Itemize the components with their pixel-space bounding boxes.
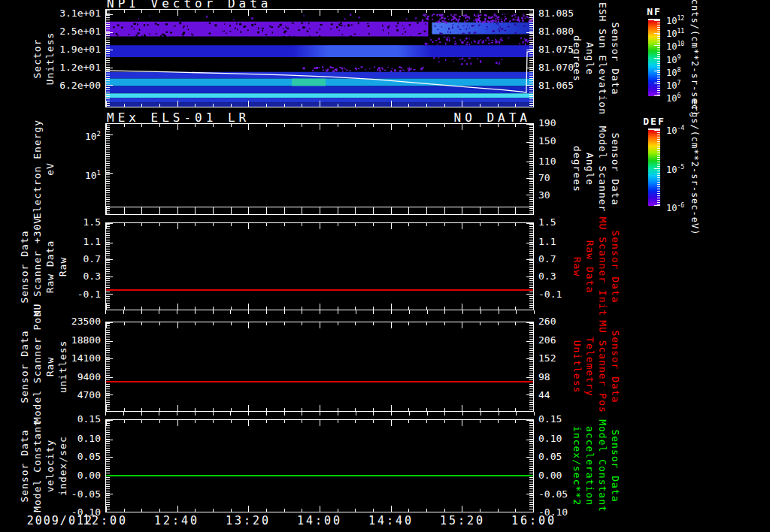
- panel-box-npi-vector: [105, 9, 534, 107]
- x-axis-tick-top: [498, 10, 499, 13]
- y-axis-major-tick: [106, 14, 113, 15]
- y-axis-major-tick: [526, 162, 533, 162]
- x-axis-tick-bottom: [338, 307, 338, 310]
- x-axis-tick-outward: [409, 412, 410, 416]
- x-axis-tick-bottom: [373, 104, 374, 107]
- colorbar-major-tick: [654, 71, 660, 71]
- x-axis-tick-outward: [391, 310, 392, 314]
- x-axis-tick-outward: [534, 310, 535, 314]
- x-axis-tick-top: [426, 10, 427, 13]
- x-axis-tick-top: [320, 124, 320, 130]
- colorbar-major-tick: [654, 83, 660, 83]
- x-axis-tick-top: [391, 124, 392, 130]
- y-axis-major-tick: [526, 68, 533, 68]
- y-axis-major-tick: [106, 173, 113, 174]
- x-axis-tick-top: [124, 223, 125, 226]
- x-axis-tick-gap: [302, 207, 302, 214]
- x-axis-tick-bottom: [106, 101, 107, 107]
- y-axis-major-tick: [526, 358, 533, 359]
- x-axis-tick-top: [231, 322, 232, 325]
- x-axis-tick-top: [498, 420, 499, 423]
- x-axis-tick-outward: [302, 412, 302, 416]
- x-axis-tick-top: [177, 322, 178, 328]
- x-axis-tick-gap: [373, 207, 374, 214]
- x-axis-tick-outward: [480, 310, 481, 314]
- x-axis-tick-gap: [462, 207, 462, 214]
- x-axis-tick-bottom: [355, 104, 356, 107]
- x-axis-tick-bottom: [284, 104, 285, 107]
- x-axis-tick-bottom: [444, 408, 445, 411]
- x-axis-tick-top: [320, 223, 320, 229]
- x-axis-tick-outward: [427, 310, 428, 314]
- x-axis-tick-top: [320, 10, 320, 16]
- x-axis-tick-bottom: [426, 509, 427, 512]
- y-axis-major-tick: [106, 322, 113, 323]
- y-axis-label-left-npi-vector: Sector Unitless: [31, 32, 56, 85]
- x-axis-tick-outward: [159, 310, 159, 314]
- x-axis-tick-outward: [284, 412, 285, 416]
- x-axis-tick-bottom: [408, 104, 409, 107]
- y-axis-major-tick: [526, 142, 533, 143]
- x-tick-label: 15:20: [426, 514, 499, 527]
- x-axis-tick-outward: [141, 310, 142, 314]
- panel-title-npi-vector: NPI Vector Data: [107, 0, 272, 9]
- x-axis-tick-top: [515, 420, 516, 423]
- x-axis-tick-top: [480, 420, 480, 423]
- x-axis-tick-top: [106, 10, 107, 16]
- y-axis-major-tick: [106, 243, 113, 243]
- x-axis-tick-outward: [356, 412, 356, 416]
- x-axis-tick-bottom: [231, 509, 232, 512]
- x-axis-tick-top: [248, 124, 249, 130]
- x-axis-tick-outward: [320, 412, 320, 416]
- y-axis-minor-ticks-right: [529, 224, 533, 309]
- x-axis-tick-bottom: [213, 408, 214, 411]
- x-axis-tick-bottom: [266, 509, 267, 512]
- x-axis-tick-top: [266, 124, 267, 127]
- panel-box-model-constant: [105, 419, 534, 512]
- x-axis-tick-bottom: [124, 408, 125, 411]
- x-axis-tick-top: [106, 124, 107, 130]
- x-axis-tick-bottom: [195, 104, 196, 107]
- x-axis-tick-bottom: [177, 405, 178, 411]
- x-axis-tick-top: [373, 420, 374, 423]
- x-axis-tick-gap: [426, 207, 427, 214]
- x-tick-label: 13:20: [212, 514, 284, 527]
- x-axis-tick-top: [408, 223, 409, 226]
- x-axis-tick-bottom: [213, 307, 214, 310]
- x-axis-tick-outward: [266, 412, 267, 416]
- y-axis-minor-ticks-left: [106, 323, 110, 410]
- x-axis-tick-gap: [444, 207, 445, 214]
- x-axis-tick-top: [177, 223, 178, 229]
- x-axis-tick-bottom: [302, 104, 302, 107]
- colorbar-major-tick: [654, 20, 660, 21]
- y-axis-major-tick: [526, 277, 533, 277]
- x-axis-tick-top: [284, 124, 285, 127]
- x-axis-tick-top: [284, 223, 285, 226]
- colorbar-title-def: DEF: [639, 116, 669, 127]
- colorbar-major-tick: [654, 205, 660, 206]
- x-axis-tick-bottom: [462, 405, 462, 411]
- x-axis-tick-outward: [444, 412, 445, 416]
- x-axis-tick-bottom: [498, 307, 499, 310]
- x-axis-tick-outward: [444, 310, 445, 314]
- y-axis-minor-ticks-right: [529, 125, 533, 213]
- x-axis-tick-top: [515, 322, 516, 325]
- x-axis-tick-outward: [177, 310, 177, 314]
- y-axis-minor-ticks-left: [106, 421, 110, 511]
- x-axis-tick-top: [141, 322, 142, 325]
- x-axis-tick-top: [213, 322, 214, 325]
- x-axis-tick-top: [320, 420, 320, 426]
- y-axis-major-tick: [526, 50, 533, 50]
- x-axis-tick-top: [373, 124, 374, 127]
- x-axis-tick-outward: [391, 412, 392, 416]
- x-axis-tick-outward: [534, 412, 535, 416]
- colorbar-def: [648, 128, 660, 206]
- x-axis-tick-top: [302, 223, 302, 226]
- x-axis-tick-top: [355, 10, 356, 13]
- y-axis-major-tick: [106, 377, 113, 378]
- y-axis-major-tick: [526, 341, 533, 342]
- x-axis-tick-gap: [355, 207, 356, 214]
- x-axis-tick-bottom: [444, 104, 445, 107]
- x-axis-tick-top: [195, 223, 196, 226]
- panel-box-model-scanner-pos: [105, 322, 534, 412]
